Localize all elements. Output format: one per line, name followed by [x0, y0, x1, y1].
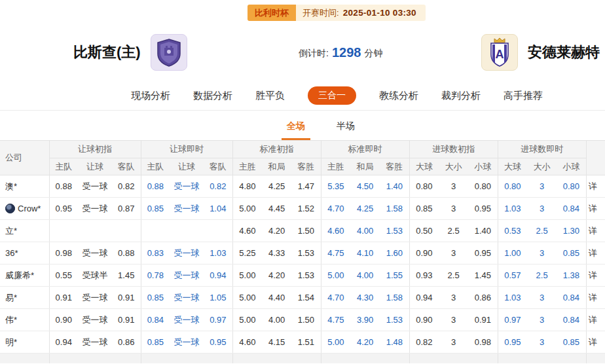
odds-cell — [141, 354, 170, 363]
tab-data-analysis[interactable]: 数据分析 — [193, 90, 232, 102]
odds-cell: 1.54 — [291, 287, 321, 309]
odds-cell: 1.38 — [557, 264, 586, 287]
tab-coach-analysis[interactable]: 教练分析 — [379, 90, 418, 102]
odds-cell: 2.5 — [527, 220, 557, 242]
home-team-name: 比斯查(主) — [73, 43, 141, 62]
odds-cell: 2.5 — [527, 264, 557, 287]
odds-cell: 0.84 — [557, 309, 586, 331]
col-header: 大球 — [498, 158, 527, 175]
away-team-name: 安德莱赫特 — [528, 43, 600, 62]
tab-expert-picks[interactable]: 高手推荐 — [504, 90, 543, 102]
league-badge: 比利时杯 — [248, 5, 296, 21]
period-subnav: 全场 半场 — [0, 110, 605, 140]
odds-cell — [527, 354, 557, 363]
odds-cell: 5.00 — [232, 287, 262, 309]
odds-cell: 4.00 — [350, 220, 380, 242]
odds-cell — [170, 220, 204, 242]
odds-cell — [112, 354, 141, 363]
detail-link[interactable]: 详 — [586, 242, 605, 264]
odds-cell: 1.58 — [380, 287, 409, 309]
group-header-goals-live: 进球数即时 — [498, 141, 586, 158]
detail-link[interactable]: 详 — [586, 220, 605, 242]
detail-link[interactable]: 详 — [586, 287, 605, 309]
svg-text:A: A — [496, 48, 504, 61]
col-header: 小球 — [468, 158, 498, 175]
odds-cell: 4.75 — [321, 309, 350, 331]
detail-link[interactable]: 详 — [586, 264, 605, 287]
odds-cell — [204, 220, 232, 242]
odds-cell: 5.00 — [232, 264, 262, 287]
odds-cell: 0.91 — [112, 287, 141, 309]
odds-cell: 1.47 — [291, 175, 321, 198]
odds-cell: 3 — [439, 242, 468, 264]
odds-cell — [78, 220, 112, 242]
odds-cell: 0.95 — [498, 331, 527, 354]
odds-cell: 4.25 — [262, 175, 291, 198]
countdown-label: 倒计时: — [299, 48, 329, 58]
company-logo-icon — [5, 204, 15, 213]
odds-cell: 1.48 — [380, 331, 409, 354]
kickoff-label: 开赛时间: — [302, 8, 339, 18]
odds-cell: 受一球 — [78, 331, 112, 354]
odds-cell: 4.20 — [262, 264, 291, 287]
odds-cell — [291, 354, 321, 363]
group-header-standard-live: 标准即时 — [321, 141, 409, 158]
detail-link[interactable]: 详 — [586, 175, 605, 198]
odds-cell: 受一球 — [170, 242, 204, 264]
company-cell: 伟* — [0, 309, 49, 331]
odds-cell: 4.60 — [232, 331, 262, 354]
tab-three-in-one[interactable]: 三合一 — [308, 86, 356, 105]
col-header: 和局 — [262, 158, 291, 175]
odds-cell: 3 — [439, 198, 468, 220]
odds-cell — [468, 354, 498, 363]
detail-link[interactable]: 详 — [586, 309, 605, 331]
odds-cell: 受一球 — [170, 175, 204, 198]
odds-cell: 3.90 — [350, 309, 380, 331]
odds-table: 公司 让球初指 让球即时 标准初指 标准即时 进球数初指 进球数即时 主队 让球… — [0, 140, 605, 363]
odds-cell: 受一球 — [170, 198, 204, 220]
odds-cell: 1.53 — [380, 309, 409, 331]
odds-cell: 1.58 — [380, 198, 409, 220]
odds-cell: 0.95 — [468, 198, 498, 220]
odds-cell — [78, 354, 112, 363]
odds-cell: 受一球 — [78, 175, 112, 198]
company-cell: 明* — [0, 331, 49, 354]
odds-cell: 3 — [527, 198, 557, 220]
odds-cell: 4.10 — [350, 242, 380, 264]
subtab-full-match[interactable]: 全场 — [282, 120, 310, 140]
odds-cell — [321, 354, 350, 363]
table-row: 易*0.91受一球0.910.85受一球1.055.004.401.544.70… — [0, 287, 605, 309]
col-header: 让球 — [78, 158, 112, 175]
odds-cell: 0.95 — [468, 242, 498, 264]
odds-cell: 0.88 — [141, 175, 170, 198]
odds-cell: 1.05 — [204, 287, 232, 309]
table-sub-header-row: 主队 让球 客队 主队 让球 客队 主胜 和局 客胜 主胜 和局 客胜 大球 大… — [0, 158, 605, 175]
detail-link[interactable]: 详 — [586, 198, 605, 220]
detail-link[interactable]: 详 — [586, 331, 605, 354]
odds-cell: 受一球 — [170, 287, 204, 309]
odds-cell: 0.85 — [141, 287, 170, 309]
odds-cell: 0.85 — [141, 331, 170, 354]
odds-cell: 4.70 — [321, 287, 350, 309]
company-cell: 威廉希* — [0, 264, 49, 287]
subtab-half-match[interactable]: 半场 — [331, 120, 360, 140]
detail-link[interactable] — [586, 354, 605, 363]
odds-cell: 0.84 — [557, 287, 586, 309]
odds-cell: 5.00 — [232, 309, 262, 331]
odds-cell: 4.33 — [262, 242, 291, 264]
odds-cell: 4.70 — [321, 198, 350, 220]
odds-cell — [204, 354, 232, 363]
odds-cell: 0.97 — [498, 309, 527, 331]
odds-cell: 0.90 — [409, 242, 439, 264]
col-header: 大小 — [439, 158, 468, 175]
odds-cell: 1.53 — [291, 242, 321, 264]
odds-cell: 4.20 — [350, 331, 380, 354]
tab-referee-analysis[interactable]: 裁判分析 — [441, 90, 481, 102]
odds-cell: 0.82 — [204, 175, 232, 198]
col-header: 客队 — [112, 158, 141, 175]
odds-cell — [380, 354, 409, 363]
tab-win-draw-lose[interactable]: 胜平负 — [255, 90, 285, 102]
tab-live-analysis[interactable]: 现场分析 — [131, 90, 170, 102]
odds-cell — [232, 354, 262, 363]
match-header: 比斯查(主) 倒计时:1298分钟 A 安德莱赫特 — [0, 24, 605, 81]
